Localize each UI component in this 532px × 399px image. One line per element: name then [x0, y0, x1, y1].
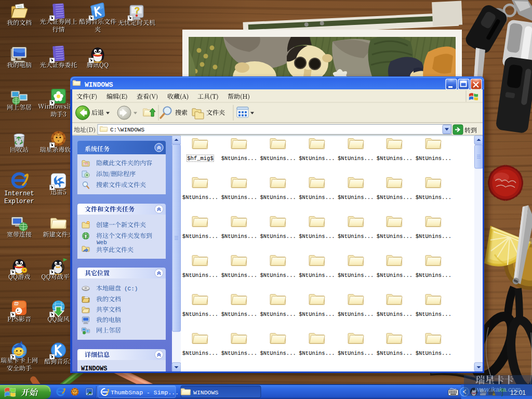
svg-text:C:\WINDOWS: C:\WINDOWS [110, 127, 144, 133]
svg-text:$NtUnins...: $NtUnins... [260, 155, 296, 162]
svg-text:$NtUnins...: $NtUnins... [221, 311, 257, 317]
svg-text:WINDOWS: WINDOWS [81, 365, 107, 373]
svg-text:$NtUnins...: $NtUnins... [182, 350, 218, 356]
svg-text:$NtUnins...: $NtUnins... [221, 233, 257, 240]
svg-text:WINDOWS: WINDOWS [85, 81, 113, 89]
svg-text:12:01: 12:01 [510, 389, 526, 396]
svg-text:$NtUnins...: $NtUnins... [338, 233, 374, 240]
svg-text:$NtUnins...: $NtUnins... [377, 311, 413, 317]
svg-text:$NtUnins...: $NtUnins... [299, 272, 335, 278]
svg-text:$NtUnins...: $NtUnins... [377, 272, 413, 278]
svg-text:$hf_mig$: $hf_mig$ [187, 155, 213, 162]
svg-text:$NtUnins...: $NtUnins... [338, 194, 374, 201]
svg-text:$NtUnins...: $NtUnins... [416, 272, 451, 278]
svg-text:$NtUnins...: $NtUnins... [416, 311, 451, 317]
svg-text:$NtUnins...: $NtUnins... [260, 311, 296, 317]
svg-text:WINDOWS: WINDOWS [193, 389, 218, 396]
svg-text:$NtUnins...: $NtUnins... [299, 194, 335, 201]
svg-text:$NtUnins...: $NtUnins... [338, 350, 374, 356]
svg-text:$NtUnins...: $NtUnins... [182, 233, 218, 240]
svg-text:$NtUnins...: $NtUnins... [377, 233, 413, 240]
svg-text:$NtUnins...: $NtUnins... [221, 272, 257, 278]
svg-text:$NtUnins...: $NtUnins... [377, 194, 413, 201]
svg-text:$NtUnins...: $NtUnins... [182, 272, 218, 278]
svg-text:Explorer: Explorer [4, 198, 34, 205]
svg-text:$NtUnins...: $NtUnins... [182, 311, 218, 317]
svg-text:$NtUnins...: $NtUnins... [377, 155, 413, 162]
svg-text:$NtUnins...: $NtUnins... [416, 155, 451, 162]
svg-text:$NtUnins...: $NtUnins... [221, 350, 257, 356]
svg-text:$NtUnins...: $NtUnins... [338, 311, 374, 317]
svg-text:PPS: PPS [14, 302, 19, 305]
svg-text:$NtUnins...: $NtUnins... [221, 155, 257, 162]
svg-text:$NtUnins...: $NtUnins... [377, 350, 413, 356]
svg-text:$NtUnins...: $NtUnins... [182, 194, 218, 201]
svg-text:ThumbSnap - Simp...: ThumbSnap - Simp... [111, 389, 179, 396]
svg-text:Web: Web [97, 240, 107, 246]
svg-text:$NtUnins...: $NtUnins... [416, 194, 451, 201]
svg-text:Internet: Internet [4, 190, 34, 197]
svg-text:?: ? [135, 6, 140, 16]
svg-text:$NtUnins...: $NtUnins... [416, 233, 451, 240]
svg-text:$NtUnins...: $NtUnins... [260, 233, 296, 240]
svg-text:$NtUnins...: $NtUnins... [299, 311, 335, 317]
svg-text:$NtUnins...: $NtUnins... [416, 350, 451, 356]
svg-text:$NtUnins...: $NtUnins... [338, 272, 374, 278]
svg-text:$NtUnins...: $NtUnins... [260, 194, 296, 201]
svg-text:$NtUnins...: $NtUnins... [221, 194, 257, 201]
svg-text:$NtUnins...: $NtUnins... [299, 233, 335, 240]
svg-text:$NtUnins...: $NtUnins... [260, 350, 296, 356]
svg-text:(C:): (C:) [124, 286, 138, 292]
svg-text:$NtUnins...: $NtUnins... [260, 272, 296, 278]
svg-text:$NtUnins...: $NtUnins... [338, 155, 374, 162]
svg-text:$NtUnins...: $NtUnins... [299, 350, 335, 356]
svg-text:$NtUnins...: $NtUnins... [299, 155, 335, 162]
